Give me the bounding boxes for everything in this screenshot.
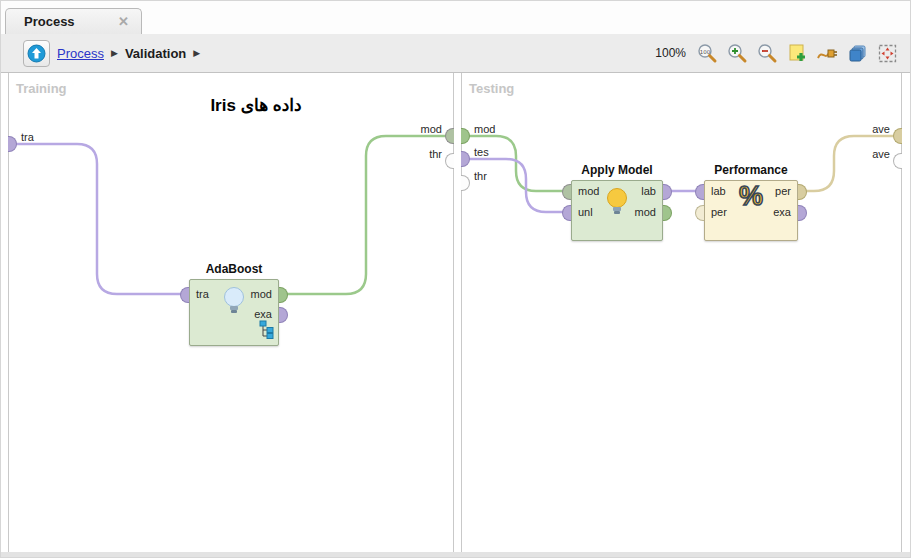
zoom-level: 100% <box>655 46 686 60</box>
tab-process[interactable]: Process ✕ <box>5 8 142 34</box>
breadcrumb-link-process[interactable]: Process <box>57 46 104 61</box>
navigate-up-button[interactable] <box>23 40 50 67</box>
operator-apply-model[interactable]: mod unl lab mod <box>571 180 663 241</box>
port-label: per <box>711 206 727 218</box>
port-label: thr <box>474 170 487 182</box>
port-label: lab <box>641 185 656 197</box>
operator-adaboost[interactable]: tra mod exa <box>189 279 279 346</box>
port-label: mod <box>635 206 656 218</box>
svg-text:100: 100 <box>699 48 710 54</box>
port-label: thr <box>413 148 442 160</box>
zoom-in-icon[interactable] <box>726 42 748 64</box>
port-training-output-thr[interactable] <box>445 153 454 169</box>
operator-title-adaboost: AdaBoost <box>179 262 289 276</box>
zoom-reset-icon[interactable]: 100 <box>696 42 718 64</box>
lightbulb-icon <box>604 186 630 222</box>
percent-icon: % <box>739 183 763 210</box>
panel-training-label: Training <box>16 81 67 96</box>
tab-title: Process <box>24 14 75 29</box>
port-applymodel-in-unl[interactable] <box>562 205 571 221</box>
arrange-operators-icon[interactable] <box>846 42 868 64</box>
port-label: mod <box>474 123 495 135</box>
operator-performance[interactable]: % lab per per exa <box>704 180 798 241</box>
port-label: tes <box>474 146 489 158</box>
process-canvas[interactable]: Training Testing داده های Iris tra mod t… <box>1 73 910 558</box>
fit-view-icon[interactable] <box>876 42 898 64</box>
port-adaboost-in-tra[interactable] <box>180 287 189 303</box>
breadcrumb-separator-icon: ▶ <box>193 48 200 58</box>
port-label: per <box>775 185 791 197</box>
port-label: lab <box>711 185 726 197</box>
port-label: mod <box>413 123 442 135</box>
auto-wire-icon[interactable] <box>816 42 838 64</box>
port-label: ave <box>861 148 890 160</box>
port-label: exa <box>773 206 791 218</box>
operator-title-apply-model: Apply Model <box>561 163 673 177</box>
subprocess-icon[interactable] <box>259 320 275 343</box>
zoom-out-icon[interactable] <box>756 42 778 64</box>
port-testing-output-ave-1[interactable] <box>893 128 902 144</box>
port-label: tra <box>196 288 209 300</box>
port-performance-in-per[interactable] <box>695 205 704 221</box>
port-label: ave <box>861 123 890 135</box>
add-note-icon[interactable] <box>786 42 808 64</box>
port-performance-in-lab[interactable] <box>695 184 704 200</box>
port-label: mod <box>578 185 599 197</box>
port-testing-output-ave-2[interactable] <box>893 153 902 169</box>
tab-bar: Process ✕ <box>1 1 910 34</box>
canvas-toolbar: 100% 100 <box>655 42 898 64</box>
close-icon[interactable]: ✕ <box>118 14 129 29</box>
port-applymodel-in-mod[interactable] <box>562 184 571 200</box>
bottom-strip <box>1 552 910 558</box>
up-arrow-icon <box>27 44 46 63</box>
lightbulb-icon <box>221 285 247 321</box>
process-annotation[interactable]: داده های Iris <box>141 95 371 116</box>
port-label: exa <box>254 308 272 320</box>
port-label: tra <box>21 131 34 143</box>
operator-title-performance: Performance <box>695 163 807 177</box>
breadcrumb-separator-icon: ▶ <box>111 48 118 58</box>
breadcrumb-current: Validation <box>125 46 186 61</box>
port-training-output-mod[interactable] <box>445 128 454 144</box>
panel-testing: Testing <box>461 73 902 552</box>
port-label: unl <box>578 206 593 218</box>
breadcrumb-toolbar-bar: Process ▶ Validation ▶ 100% 100 <box>1 34 910 73</box>
panel-testing-label: Testing <box>469 81 514 96</box>
process-window: Process ✕ Process ▶ Validation ▶ 100% 10… <box>0 0 911 558</box>
port-label: mod <box>251 288 272 300</box>
